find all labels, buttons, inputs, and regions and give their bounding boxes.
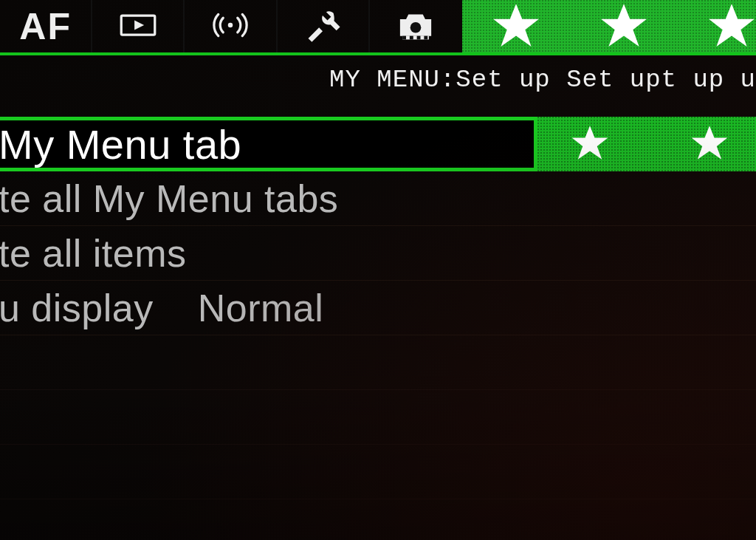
tab-wireless[interactable] xyxy=(185,0,277,52)
wrench-icon xyxy=(303,6,342,47)
star-icon xyxy=(492,1,540,52)
star-icon xyxy=(571,123,609,165)
svg-rect-7 xyxy=(417,35,421,39)
tab-camera-settings[interactable] xyxy=(370,0,462,52)
svg-rect-5 xyxy=(403,35,407,39)
menu-item-selected-label: My Menu tab xyxy=(0,120,241,168)
menu-item-display[interactable]: u display Normal xyxy=(0,281,756,335)
svg-rect-8 xyxy=(425,35,428,39)
svg-marker-11 xyxy=(709,4,755,47)
star-icon xyxy=(690,123,729,165)
svg-marker-10 xyxy=(601,4,647,47)
top-tab-bar: AF xyxy=(0,0,756,55)
menu-item-value: Normal xyxy=(198,286,324,330)
svg-point-2 xyxy=(228,22,233,27)
list-row-empty xyxy=(0,390,756,445)
playback-icon xyxy=(119,6,157,47)
tab-af[interactable]: AF xyxy=(0,0,92,52)
menu-list: te all My Menu tabs te all items u displ… xyxy=(0,171,756,540)
wireless-icon xyxy=(211,6,250,47)
tab-settings[interactable] xyxy=(278,0,370,52)
menu-item-selected[interactable]: My Menu tab xyxy=(0,117,756,171)
svg-point-3 xyxy=(410,21,422,33)
menu-item-selected-frame: My Menu tab xyxy=(0,117,537,171)
menu-item-delete-tabs[interactable]: te all My Menu tabs xyxy=(0,171,756,226)
camera-settings-icon xyxy=(396,6,435,47)
svg-marker-13 xyxy=(692,126,728,160)
af-text-icon: AF xyxy=(19,5,72,48)
menu-item-label: te all items xyxy=(0,231,187,276)
tab-my-menu[interactable] xyxy=(462,0,756,52)
tab-playback[interactable] xyxy=(92,0,185,52)
svg-marker-9 xyxy=(493,4,539,47)
list-row-empty xyxy=(0,335,756,390)
breadcrumb-text: MY MENU:Set up Set upt up u xyxy=(329,66,756,94)
list-row-empty xyxy=(0,445,756,499)
list-row-empty xyxy=(0,499,756,540)
svg-marker-1 xyxy=(134,20,144,30)
svg-rect-6 xyxy=(410,35,413,39)
breadcrumb: MY MENU:Set up Set upt up u xyxy=(0,63,756,96)
menu-item-label: te all My Menu tabs xyxy=(0,177,338,221)
menu-item-selected-stars xyxy=(537,117,756,171)
menu-item-delete-items[interactable]: te all items xyxy=(0,226,756,281)
star-icon xyxy=(707,1,756,52)
menu-item-label: u display xyxy=(0,286,154,330)
star-icon xyxy=(599,1,648,52)
svg-marker-12 xyxy=(572,126,608,160)
